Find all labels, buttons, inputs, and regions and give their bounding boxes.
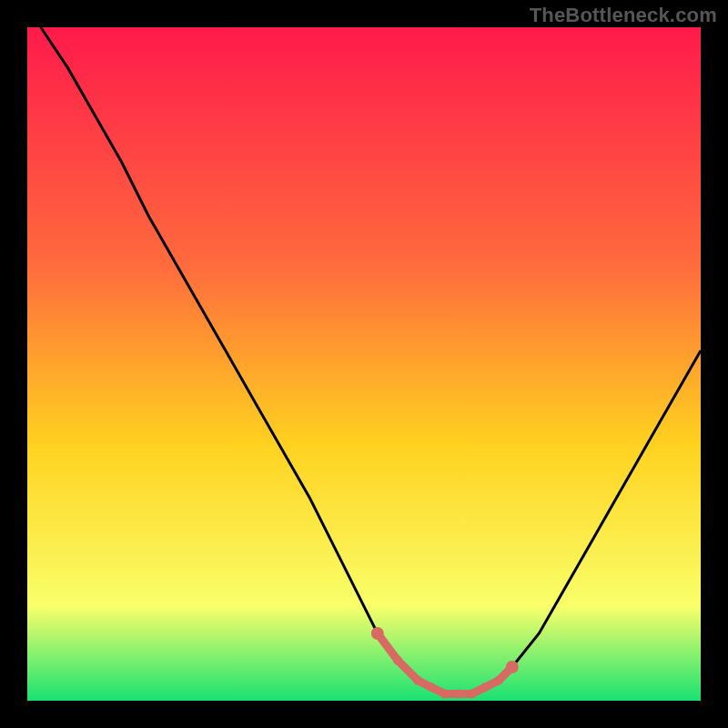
marker-dot: [494, 676, 503, 685]
marker-dot: [427, 682, 436, 692]
marker-dot: [467, 690, 476, 699]
marker-dot: [454, 690, 463, 699]
watermark-text: TheBottleneck.com: [530, 4, 717, 27]
marker-dot: [413, 676, 422, 685]
marker-dot: [506, 661, 519, 673]
marker-dot: [480, 682, 490, 692]
chart-svg: [27, 27, 701, 701]
marker-dot: [440, 690, 450, 699]
marker-dot: [393, 656, 402, 665]
marker-dot: [371, 627, 384, 640]
chart-frame: TheBottleneck.com: [0, 0, 728, 728]
chart-plot-area: [27, 27, 701, 701]
gradient-background: [27, 27, 701, 701]
